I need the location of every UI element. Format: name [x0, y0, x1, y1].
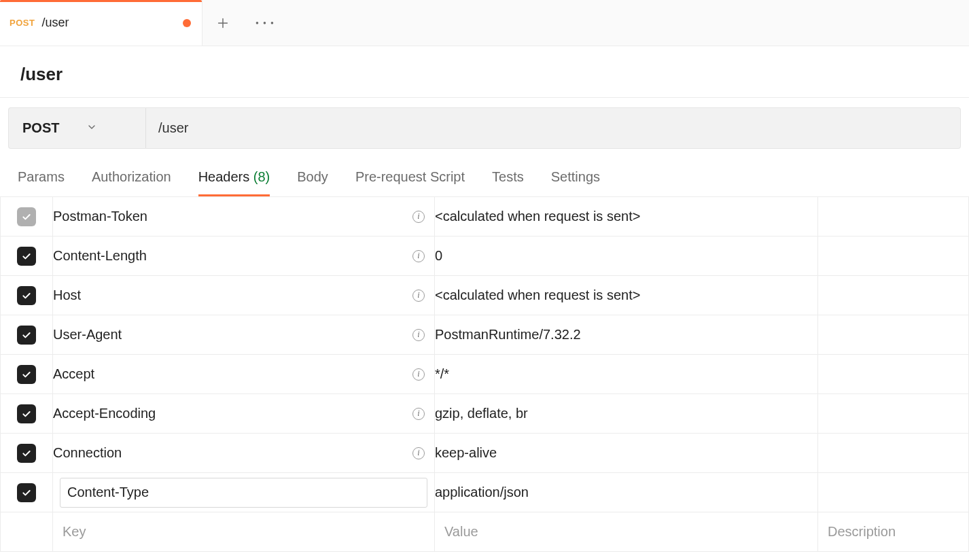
header-checkbox[interactable]: [17, 207, 36, 226]
info-icon[interactable]: i: [412, 447, 425, 459]
header-value[interactable]: PostmanRuntime/7.32.2: [435, 327, 581, 342]
request-tab-active[interactable]: POST /user: [0, 0, 202, 46]
header-checkbox[interactable]: [17, 404, 36, 423]
http-method-label: POST: [22, 120, 59, 136]
header-description-cell[interactable]: [818, 394, 969, 434]
header-description-cell[interactable]: [818, 355, 969, 394]
header-key[interactable]: Host: [53, 287, 81, 302]
header-description-cell[interactable]: [818, 315, 969, 355]
header-checkbox[interactable]: [17, 326, 36, 345]
header-row: Postman-Tokeni<calculated when request i…: [1, 197, 969, 237]
tab-settings[interactable]: Settings: [551, 169, 600, 196]
request-subtabs: Params Authorization Headers (8) Body Pr…: [0, 149, 969, 196]
info-icon[interactable]: i: [412, 211, 425, 223]
header-value[interactable]: 0: [435, 248, 442, 263]
headers-table: Postman-Tokeni<calculated when request i…: [0, 196, 969, 552]
header-key[interactable]: Content-Length: [53, 248, 147, 263]
new-tab-button[interactable]: [202, 0, 243, 46]
header-description-placeholder[interactable]: Description: [818, 512, 969, 552]
request-tabs-bar: POST /user ● ● ●: [0, 0, 969, 46]
tab-body[interactable]: Body: [297, 169, 328, 196]
header-key-input[interactable]: Content-Type: [60, 478, 427, 508]
tab-overflow-button[interactable]: ● ● ●: [243, 0, 969, 46]
tab-tests[interactable]: Tests: [492, 169, 524, 196]
header-value[interactable]: */*: [435, 366, 449, 381]
header-new-row[interactable]: Key Value Description: [1, 512, 969, 552]
tab-method-badge: POST: [10, 18, 35, 28]
header-row: Content-Lengthi0: [1, 237, 969, 276]
header-key[interactable]: User-Agent: [53, 327, 122, 342]
header-description-cell[interactable]: [818, 473, 969, 512]
tab-authorization[interactable]: Authorization: [92, 169, 171, 196]
header-value[interactable]: <calculated when request is sent>: [435, 287, 640, 302]
info-icon[interactable]: i: [412, 368, 425, 381]
header-checkbox[interactable]: [17, 286, 36, 305]
tab-headers-label: Headers: [198, 169, 250, 184]
header-row: User-AgentiPostmanRuntime/7.32.2: [1, 315, 969, 355]
tab-prerequest[interactable]: Pre-request Script: [355, 169, 465, 196]
header-row: Accepti*/*: [1, 355, 969, 394]
info-icon[interactable]: i: [412, 290, 425, 302]
header-row: Hosti<calculated when request is sent>: [1, 276, 969, 315]
unsaved-indicator-icon: [183, 19, 191, 27]
header-value-placeholder[interactable]: Value: [435, 512, 818, 552]
header-value[interactable]: keep-alive: [435, 445, 497, 460]
header-key[interactable]: Accept: [53, 366, 94, 381]
more-horizontal-icon: ● ● ●: [256, 20, 275, 26]
header-key[interactable]: Accept-Encoding: [53, 406, 156, 421]
header-description-cell[interactable]: [818, 197, 969, 237]
request-title: /user: [0, 46, 969, 97]
header-key[interactable]: Connection: [53, 445, 122, 460]
request-url-input[interactable]: [145, 107, 961, 149]
header-description-cell[interactable]: [818, 276, 969, 315]
header-value[interactable]: <calculated when request is sent>: [435, 209, 640, 224]
tab-headers[interactable]: Headers (8): [198, 169, 270, 196]
chevron-down-icon: [86, 122, 97, 135]
info-icon[interactable]: i: [412, 408, 425, 420]
header-description-cell[interactable]: [818, 237, 969, 276]
plus-icon: [215, 16, 230, 31]
method-url-row: POST: [8, 107, 961, 149]
header-row: Content-Typeapplication/json: [1, 473, 969, 512]
header-checkbox[interactable]: [17, 365, 36, 384]
info-icon[interactable]: i: [412, 329, 425, 341]
header-value[interactable]: gzip, deflate, br: [435, 406, 528, 421]
header-row: Connectionikeep-alive: [1, 434, 969, 473]
tab-params[interactable]: Params: [18, 169, 65, 196]
header-value[interactable]: application/json: [435, 485, 529, 500]
header-row: Accept-Encodingigzip, deflate, br: [1, 394, 969, 434]
tab-headers-count: (8): [253, 169, 270, 184]
header-key[interactable]: Postman-Token: [53, 209, 147, 224]
header-checkbox[interactable]: [17, 483, 36, 502]
tab-title: /user: [41, 16, 69, 30]
header-checkbox[interactable]: [17, 247, 36, 266]
header-checkbox[interactable]: [17, 444, 36, 463]
http-method-select[interactable]: POST: [8, 107, 145, 149]
header-description-cell[interactable]: [818, 434, 969, 473]
info-icon[interactable]: i: [412, 250, 425, 262]
header-key-placeholder[interactable]: Key: [53, 512, 435, 552]
